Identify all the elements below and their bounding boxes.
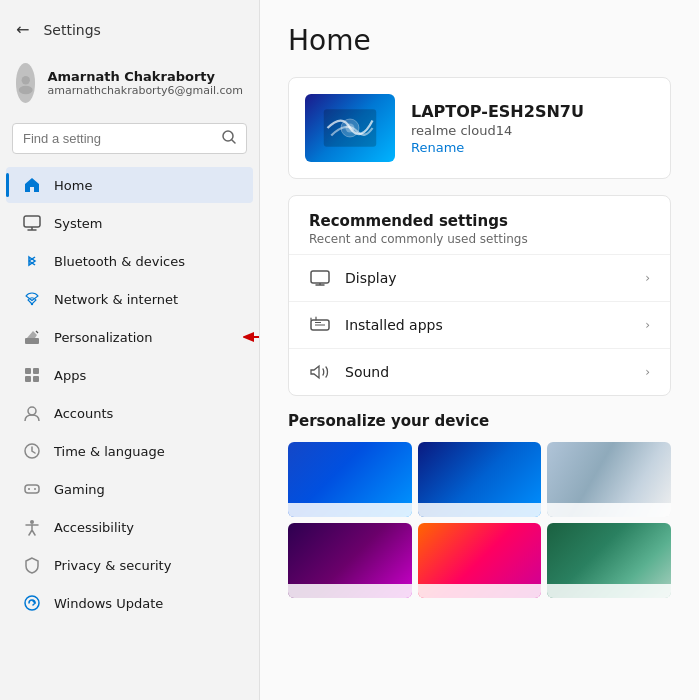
sidebar-item-label: Accounts [54,406,113,421]
sidebar-item-accounts[interactable]: Accounts [6,395,253,431]
system-icon [22,213,42,233]
device-card: LAPTOP-ESH2SN7U realme cloud14 Rename [288,77,671,179]
taskbar-preview [547,503,671,517]
svg-point-24 [346,124,355,133]
time-icon [22,441,42,461]
display-label: Display [345,270,631,286]
back-button[interactable]: ← [16,20,29,39]
sidebar-item-label: Privacy & security [54,558,171,573]
user-profile[interactable]: Amarnath Chakraborty amarnathchakraborty… [0,55,259,119]
recommended-header: Recommended settings Recent and commonly… [289,196,670,254]
avatar [16,63,35,103]
accessibility-icon [22,517,42,537]
wallpaper-4[interactable] [288,523,412,598]
sidebar-item-time[interactable]: Time & language [6,433,253,469]
sidebar-item-label: Home [54,178,92,193]
svg-point-20 [30,520,34,524]
taskbar-preview [288,503,412,517]
svg-line-3 [232,140,235,143]
display-chevron: › [645,271,650,285]
network-icon [22,289,42,309]
sidebar-item-label: Time & language [54,444,165,459]
sidebar-item-bluetooth[interactable]: Bluetooth & devices [6,243,253,279]
installed-apps-label: Installed apps [345,317,631,333]
recommended-settings-card: Recommended settings Recent and commonly… [288,195,671,396]
sidebar-item-apps[interactable]: Apps [6,357,253,393]
sidebar-item-system[interactable]: System [6,205,253,241]
sound-chevron: › [645,365,650,379]
svg-rect-4 [24,216,40,227]
installed-apps-icon [309,314,331,336]
sidebar-item-label: Gaming [54,482,105,497]
sidebar-item-personalization[interactable]: Personalization [6,319,253,355]
sidebar-item-network[interactable]: Network & internet [6,281,253,317]
wallpaper-1[interactable] [288,442,412,517]
sidebar-item-update[interactable]: Windows Update [6,585,253,621]
display-icon [309,267,331,289]
display-row[interactable]: Display › [289,254,670,301]
device-name: LAPTOP-ESH2SN7U [411,102,584,121]
installed-apps-row[interactable]: Installed apps › [289,301,670,348]
search-icon [222,130,236,147]
sidebar-item-label: Apps [54,368,86,383]
sidebar-header: ← Settings [0,12,259,55]
taskbar-preview [418,503,542,517]
page-title: Home [288,24,671,57]
device-thumbnail [305,94,395,162]
taskbar-preview [547,584,671,598]
search-bar[interactable] [12,123,247,154]
device-info: LAPTOP-ESH2SN7U realme cloud14 Rename [411,102,584,155]
installed-apps-chevron: › [645,318,650,332]
bluetooth-icon [22,251,42,271]
svg-point-21 [25,596,39,610]
wallpaper-2[interactable] [418,442,542,517]
sidebar-item-label: Accessibility [54,520,134,535]
taskbar-preview [288,584,412,598]
search-input[interactable] [23,131,214,146]
sidebar-item-label: Windows Update [54,596,163,611]
wallpaper-3[interactable] [547,442,671,517]
sound-label: Sound [345,364,631,380]
svg-point-0 [22,76,30,84]
device-model: realme cloud14 [411,123,584,138]
sound-icon [309,361,331,383]
update-icon [22,593,42,613]
sidebar-item-accessibility[interactable]: Accessibility [6,509,253,545]
svg-rect-13 [33,376,39,382]
user-info: Amarnath Chakraborty amarnathchakraborty… [47,69,243,97]
svg-point-14 [28,407,36,415]
personalization-icon [22,327,42,347]
apps-icon [22,365,42,385]
svg-rect-10 [25,368,31,374]
sidebar-item-label: Personalization [54,330,153,345]
recommended-title: Recommended settings [309,212,650,230]
accounts-icon [22,403,42,423]
annotation-arrow [243,323,260,351]
recommended-subtitle: Recent and commonly used settings [309,232,650,246]
svg-rect-12 [25,376,31,382]
svg-rect-16 [25,485,39,493]
sidebar-item-gaming[interactable]: Gaming [6,471,253,507]
taskbar-preview [418,584,542,598]
sound-row[interactable]: Sound › [289,348,670,395]
wallpaper-6[interactable] [547,523,671,598]
svg-rect-25 [311,271,329,283]
privacy-icon [22,555,42,575]
wallpaper-grid [288,442,671,598]
user-name: Amarnath Chakraborty [47,69,243,84]
sidebar-item-privacy[interactable]: Privacy & security [6,547,253,583]
svg-rect-11 [33,368,39,374]
personalize-section: Personalize your device [288,412,671,598]
user-email: amarnathchakraborty6@gmail.com [47,84,243,97]
wallpaper-5[interactable] [418,523,542,598]
svg-point-7 [31,303,33,305]
sidebar-item-label: Bluetooth & devices [54,254,185,269]
main-content: Home LAPTOP-ESH2SN7U realme cloud14 Rena… [260,0,699,700]
sidebar-item-label: Network & internet [54,292,178,307]
rename-link[interactable]: Rename [411,140,584,155]
home-icon [22,175,42,195]
sidebar-item-home[interactable]: Home [6,167,253,203]
sidebar-item-label: System [54,216,102,231]
gaming-icon [22,479,42,499]
svg-rect-8 [25,338,39,344]
